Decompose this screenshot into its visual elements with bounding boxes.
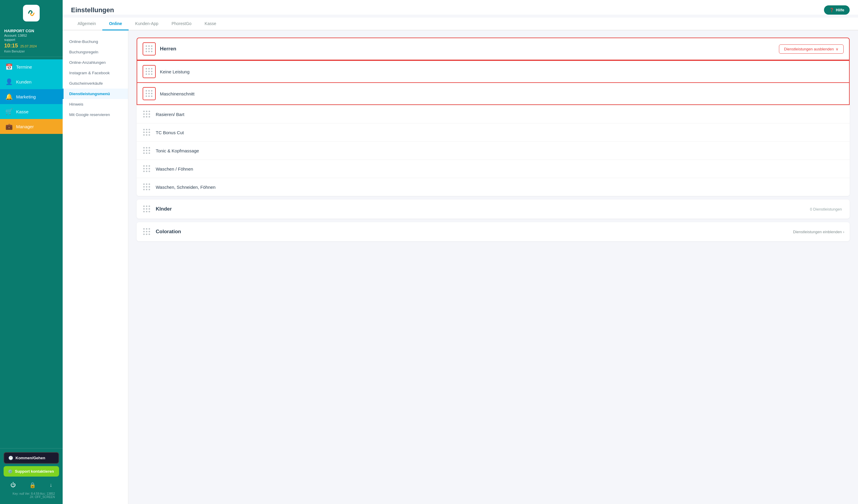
version-info: Key: null Ver: 8.4.59 Acc: 13852 JX: OFF… [4,492,59,500]
coloration-toggle-button[interactable]: Dienstleistungen einblenden › [793,230,844,234]
herren-category-header: Herren Dienstleistungen ausblenden ∨ [137,37,849,60]
support-icon: ⚙️ [8,469,13,474]
coloration-category-name: Coloration [156,229,789,235]
herren-toggle-button[interactable]: Dienstleistungen ausblenden ∨ [779,45,844,54]
tab-online[interactable]: Online [102,18,129,30]
account-info: Account: 13852 [4,34,59,37]
top-bar: Einstellungen ❓ Hilfe [63,0,858,15]
nav-buchungsregeln[interactable]: Buchungsregeln [63,47,128,57]
settings-tabs: Allgemein Online Kunden-App PhorestGo Ka… [63,18,858,30]
arrow-down-icon[interactable]: ↓ [49,482,52,488]
chevron-right-icon: › [843,230,844,234]
kinder-category-header: KInder 0 Dienstleistungen [137,199,849,218]
waschen-fohnen-drag-handle[interactable] [142,164,152,174]
left-navigation: Online-Buchung Buchungsregeln Online-Anz… [63,30,128,504]
kinder-drag-handle[interactable] [142,204,152,214]
current-user: Kein Benutzer [4,49,59,53]
service-item-waschen-fohnen: Waschen / Föhnen [137,160,849,178]
sidebar-item-marketing[interactable]: 🔔 Marketing [0,89,63,104]
kasse-icon: 🛒 [5,108,13,115]
manager-icon: 💼 [5,123,13,130]
footer-icons: ⏻ 🔒 ↓ [4,479,59,490]
sidebar: HAIRPORT CGN Account: 13852 support 10:1… [0,0,63,504]
tc-bonus-cut-drag-handle[interactable] [142,128,152,137]
marketing-icon: 🔔 [5,93,13,100]
waschen-schneiden-name: Waschen, Schneiden, Föhnen [156,184,216,190]
tonic-kopfmassage-name: Tonic & Kopfmassage [156,148,199,153]
keine-leistung-drag-handle[interactable] [143,65,156,78]
tab-allgemein[interactable]: Allgemein [71,18,102,30]
kinder-category-group: KInder 0 Dienstleistungen [137,199,849,218]
lock-icon[interactable]: 🔒 [29,482,36,488]
nav-online-anzahlungen[interactable]: Online-Anzahlungen [63,57,128,68]
sidebar-item-label: Termine [16,64,32,69]
rasieren-bart-drag-handle[interactable] [142,110,152,119]
sidebar-item-label: Manager [16,124,34,129]
support-label: support [4,38,59,42]
sidebar-item-manager[interactable]: 💼 Manager [0,119,63,134]
current-time: 10:15 [4,43,18,49]
sidebar-item-label: Kunden [16,79,32,84]
tab-phorestgo[interactable]: PhorestGo [165,18,198,30]
kinder-services-count: 0 Dienstleistungen [810,207,842,211]
tonic-kopfmassage-drag-handle[interactable] [142,146,152,156]
sidebar-item-label: Marketing [16,94,36,99]
herren-drag-handle[interactable] [143,42,156,55]
coloration-category-header: Coloration Dienstleistungen einblenden › [137,222,849,241]
service-item-tc-bonus-cut: TC Bonus Cut [137,123,849,141]
tab-kunden-app[interactable]: Kunden-App [129,18,165,30]
nav-hinweis[interactable]: Hinweis [63,99,128,110]
help-icon: ❓ [829,8,834,12]
waschen-fohnen-name: Waschen / Föhnen [156,166,193,172]
sidebar-bottom: 🕐 Kommen/Gehen ⚙️ Support kontaktieren ⏻… [0,448,63,504]
herren-category-name: Herren [160,46,775,52]
termine-icon: 📅 [5,63,13,70]
nav-gutscheinverkaufe[interactable]: Gutscheinverkäufe [63,78,128,88]
sidebar-logo-area [0,0,63,26]
service-item-keine-leistung: Keine Leistung [137,60,849,83]
current-date: 25.07.2024 [20,45,37,48]
business-name: HAIRPORT CGN [4,29,59,33]
maschinenschnitt-drag-handle[interactable] [143,87,156,100]
service-item-rasieren-bart: Rasieren/ Bart [137,105,849,123]
nav-mit-google[interactable]: Mit Google reservieren [63,110,128,120]
service-item-waschen-schneiden: Waschen, Schneiden, Föhnen [137,178,849,196]
power-icon[interactable]: ⏻ [11,482,16,488]
service-menu-area: Herren Dienstleistungen ausblenden ∨ [128,30,858,504]
sidebar-navigation: 📅 Termine 👤 Kunden 🔔 Marketing 🛒 Kasse 💼… [0,57,63,448]
maschinenschnitt-name: Maschinenschnitt [160,91,194,96]
tab-kasse[interactable]: Kasse [198,18,223,30]
service-item-tonic-kopfmassage: Tonic & Kopfmassage [137,141,849,160]
nav-online-buchung[interactable]: Online-Buchung [63,36,128,47]
sidebar-item-kasse[interactable]: 🛒 Kasse [0,104,63,119]
kommen-gehen-button[interactable]: 🕐 Kommen/Gehen [4,452,59,464]
clock-icon: 🕐 [9,456,13,460]
coloration-category-group: Coloration Dienstleistungen einblenden › [137,222,849,241]
chevron-down-icon: ∨ [836,47,839,51]
rasieren-bart-name: Rasieren/ Bart [156,112,185,117]
service-item-maschinenschnitt: Maschinenschnitt [137,83,849,105]
kunden-icon: 👤 [5,78,13,85]
nav-dienstleistungsmenu[interactable]: Dienstleistungsmenü [63,88,128,99]
waschen-schneiden-drag-handle[interactable] [142,182,152,192]
sidebar-item-termine[interactable]: 📅 Termine [0,59,63,74]
logo [23,5,40,21]
tc-bonus-cut-name: TC Bonus Cut [156,130,184,135]
kinder-category-name: KInder [156,206,806,212]
sidebar-info: HAIRPORT CGN Account: 13852 support 10:1… [0,26,63,57]
sidebar-item-label: Kasse [16,109,29,114]
support-kontaktieren-button[interactable]: ⚙️ Support kontaktieren [4,466,59,476]
content-area: Online-Buchung Buchungsregeln Online-Anz… [63,30,858,504]
help-button[interactable]: ❓ Hilfe [824,5,849,15]
page-title: Einstellungen [71,6,114,14]
herren-category-group: Herren Dienstleistungen ausblenden ∨ [137,37,849,196]
coloration-drag-handle[interactable] [142,227,152,237]
main-content: Einstellungen ❓ Hilfe Allgemein Online K… [63,0,858,504]
nav-instagram-facebook[interactable]: Instagram & Facebook [63,68,128,78]
sidebar-item-kunden[interactable]: 👤 Kunden [0,74,63,89]
keine-leistung-name: Keine Leistung [160,69,189,74]
